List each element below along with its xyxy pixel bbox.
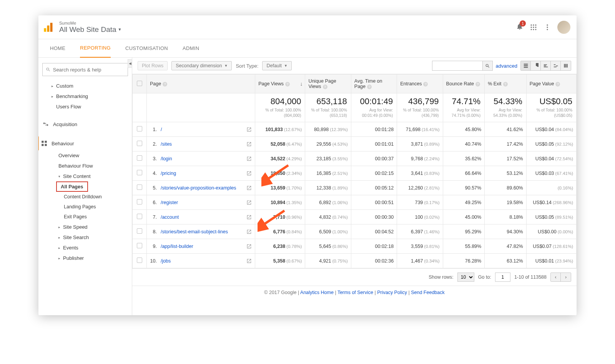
page-link[interactable]: /app/list-builder (161, 244, 193, 249)
row-checkbox[interactable] (133, 166, 147, 181)
open-external-icon[interactable] (246, 244, 252, 249)
row-checkbox[interactable] (133, 239, 147, 254)
sidebar-section-behaviour[interactable]: Behaviour (38, 136, 130, 150)
page-link[interactable]: /pricing (161, 171, 176, 176)
row-checkbox[interactable] (133, 224, 147, 239)
pager-next-button[interactable]: › (561, 273, 571, 281)
open-external-icon[interactable] (246, 229, 252, 234)
apps-icon[interactable] (530, 23, 537, 31)
help-icon[interactable]: ? (163, 82, 167, 86)
col-unique-page-views[interactable]: Unique Page Views? (305, 75, 351, 93)
help-icon[interactable]: ? (323, 85, 327, 89)
col-page-views[interactable]: Page Views?↓ (255, 75, 305, 93)
row-checkbox[interactable] (133, 181, 147, 195)
sidebar-item-overview[interactable]: Overview (41, 150, 130, 161)
open-external-icon[interactable] (246, 127, 252, 132)
footer-link-feedback[interactable]: Send Feedback (411, 290, 445, 295)
search-input[interactable] (53, 67, 125, 73)
tab-admin[interactable]: ADMIN (183, 39, 199, 57)
help-icon[interactable]: ? (367, 85, 372, 89)
notifications-button[interactable]: 1 (516, 23, 524, 32)
open-external-icon[interactable] (246, 214, 252, 220)
col-avg-time[interactable]: Avg. Time on Page? (351, 75, 397, 93)
goto-input[interactable] (495, 273, 510, 282)
help-icon[interactable]: ? (285, 82, 290, 86)
sidebar-search[interactable] (42, 63, 128, 76)
more-menu-icon[interactable] (544, 23, 551, 31)
help-icon[interactable]: ? (555, 82, 560, 86)
sort-type-dropdown[interactable]: Default▼ (262, 61, 292, 70)
sidebar-item-publisher[interactable]: ▸Publisher (41, 253, 130, 263)
row-number: 1. (150, 127, 158, 132)
footer-link-analytics-home[interactable]: Analytics Home (300, 290, 334, 295)
view-comparison-icon[interactable] (551, 61, 561, 70)
cell-page-value: US$0.14(268.96%) (526, 195, 576, 210)
plot-rows-button[interactable]: Plot Rows (138, 61, 168, 70)
page-link[interactable]: /jobs (161, 258, 171, 264)
col-page[interactable]: Page? (146, 75, 255, 93)
row-checkbox[interactable] (133, 151, 147, 166)
sidebar-item-site-content[interactable]: ▾Site Content (41, 171, 130, 181)
sidebar-item-users-flow[interactable]: Users Flow (41, 101, 130, 112)
page-link[interactable]: /account (161, 214, 179, 220)
table-search-input[interactable] (432, 61, 482, 70)
page-link[interactable]: /sites (161, 141, 172, 147)
sidebar-item-benchmarking[interactable]: ▸Benchmarking (41, 91, 130, 101)
row-checkbox[interactable] (133, 122, 147, 137)
help-icon[interactable]: ? (423, 82, 428, 86)
open-external-icon[interactable] (246, 156, 252, 161)
tab-home[interactable]: HOME (50, 39, 65, 57)
tab-reporting[interactable]: REPORTING (80, 39, 111, 58)
view-table-icon[interactable] (521, 61, 531, 70)
sidebar-item-behaviour-flow[interactable]: Behaviour Flow (41, 161, 130, 171)
sidebar-item-landing-pages[interactable]: Landing Pages (41, 202, 130, 212)
open-external-icon[interactable] (246, 258, 252, 264)
secondary-dimension-dropdown[interactable]: Secondary dimension▼ (171, 61, 232, 70)
page-link[interactable]: / (161, 127, 162, 132)
cell-exit: 94.30% (485, 224, 527, 239)
show-rows-select[interactable]: 10 (457, 273, 474, 282)
svg-point-3 (531, 24, 532, 25)
sidebar-item-all-pages[interactable]: All Pages (56, 181, 88, 192)
view-selector[interactable]: All Web Site Data▼ (59, 25, 121, 34)
page-link[interactable]: /register (161, 200, 178, 205)
open-external-icon[interactable] (246, 200, 252, 205)
cell-bounce-rate: 66.64% (443, 166, 485, 181)
sidebar-item-exit-pages[interactable]: Exit Pages (41, 212, 130, 222)
col-page-value[interactable]: Page Value? (526, 75, 576, 93)
sidebar-item-events[interactable]: ▸Events (41, 243, 130, 253)
col-exit[interactable]: % Exit? (485, 75, 527, 93)
sidebar-item-content-drilldown[interactable]: Content Drilldown (41, 192, 130, 202)
select-all-checkbox[interactable] (133, 75, 147, 93)
view-bar-icon[interactable] (541, 61, 551, 70)
open-external-icon[interactable] (246, 185, 252, 191)
row-checkbox[interactable] (133, 210, 147, 224)
help-icon[interactable]: ? (475, 82, 480, 86)
col-bounce-rate[interactable]: Bounce Rate? (443, 75, 485, 93)
col-entrances[interactable]: Entrances? (397, 75, 443, 93)
tab-customisation[interactable]: CUSTOMISATION (125, 39, 168, 57)
footer-link-terms[interactable]: Terms of Service (337, 290, 373, 295)
sidebar-item-site-speed[interactable]: ▸Site Speed (41, 222, 130, 232)
open-external-icon[interactable] (246, 171, 252, 176)
row-checkbox[interactable] (133, 137, 147, 151)
open-external-icon[interactable] (246, 141, 252, 147)
row-checkbox[interactable] (133, 254, 147, 268)
sidebar-item-custom[interactable]: ▸Custom (41, 81, 130, 91)
help-icon[interactable]: ? (503, 82, 508, 86)
page-link[interactable]: /stories/value-proposition-examples (161, 185, 236, 191)
sidebar-item-site-search[interactable]: ▸Site Search (41, 232, 130, 243)
advanced-link[interactable]: advanced (496, 63, 517, 69)
collapse-sidebar-button[interactable]: ◀ (128, 59, 132, 68)
row-checkbox[interactable] (133, 195, 147, 210)
cell-page-value: US$0.04(84.04%) (526, 122, 576, 137)
table-search-button[interactable] (482, 61, 492, 70)
user-avatar[interactable] (557, 21, 570, 34)
sidebar-section-acquisition[interactable]: Acquisition (41, 117, 130, 131)
page-link[interactable]: /stories/best-email-subject-lines (161, 229, 228, 234)
footer-link-privacy[interactable]: Privacy Policy (377, 290, 407, 295)
view-pie-icon[interactable] (531, 61, 541, 70)
view-pivot-icon[interactable] (561, 61, 571, 70)
page-link[interactable]: /login (161, 156, 172, 161)
pager-prev-button[interactable]: ‹ (551, 273, 561, 281)
